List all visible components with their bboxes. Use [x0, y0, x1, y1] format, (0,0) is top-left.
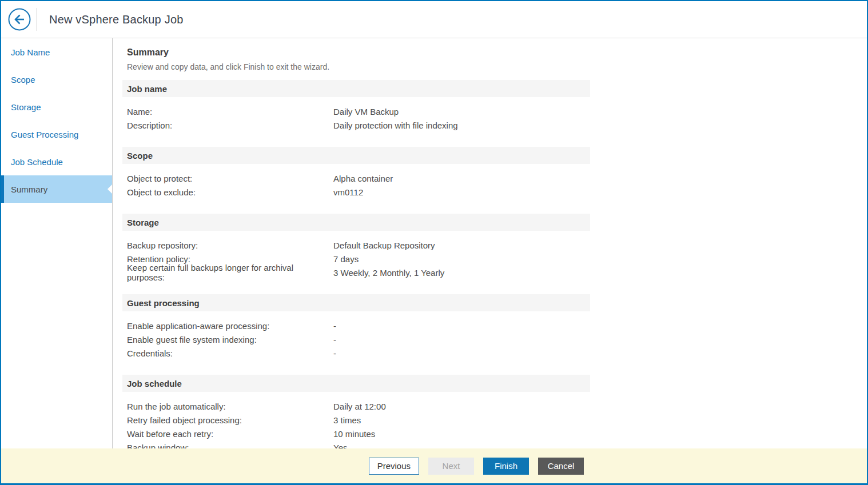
summary-row: Enable application-aware processing: -	[127, 319, 590, 332]
section-rows: Run the job automatically: Daily at 12:0…	[122, 392, 590, 448]
row-value: 10 minutes	[333, 429, 590, 439]
section-rows: Backup repository: Default Backup Reposi…	[122, 231, 590, 287]
sidebar-item-job-schedule[interactable]: Job Schedule	[1, 148, 112, 175]
next-button: Next	[428, 458, 474, 475]
sidebar-item-label: Guest Processing	[11, 130, 78, 139]
row-value: -	[333, 321, 590, 331]
section-rows: Name: Daily VM Backup Description: Daily…	[122, 97, 590, 139]
sidebar-item-storage[interactable]: Storage	[1, 93, 112, 121]
sidebar-item-summary[interactable]: Summary	[1, 175, 112, 203]
summary-row: Keep certain full backups longer for arc…	[127, 266, 590, 279]
row-label: Object to exclude:	[127, 187, 333, 197]
cancel-button[interactable]: Cancel	[538, 458, 584, 475]
page-title: New vSphere Backup Job	[49, 13, 184, 26]
row-label: Object to protect:	[127, 174, 333, 183]
wizard-window: New vSphere Backup Job Job Name Scope St…	[0, 0, 868, 485]
row-label: Retention policy:	[127, 254, 333, 264]
previous-button[interactable]: Previous	[369, 458, 419, 475]
row-value: 3 Weekly, 2 Monthly, 1 Yearly	[333, 268, 590, 278]
sidebar-item-label: Scope	[11, 75, 35, 85]
row-value: Yes	[333, 443, 590, 449]
row-value: Alpha container	[333, 174, 590, 183]
summary-row: Credentials: -	[127, 346, 590, 360]
row-value: Default Backup Repository	[333, 241, 590, 250]
summary-row: Backup repository: Default Backup Reposi…	[127, 238, 590, 252]
row-label: Name:	[127, 107, 333, 117]
summary-row: Enable guest file system indexing: -	[127, 332, 590, 346]
section-header-label: Storage	[127, 218, 159, 227]
section-rows: Object to protect: Alpha container Objec…	[122, 164, 590, 206]
summary-row: Object to protect: Alpha container	[127, 171, 590, 185]
summary-row: Object to exclude: vm0112	[127, 185, 590, 199]
row-value: Daily at 12:00	[333, 402, 590, 411]
section-guest-processing: Guest processing Enable application-awar…	[122, 294, 867, 367]
step-title: Summary	[127, 46, 867, 59]
step-subtitle: Review and copy data, and click Finish t…	[127, 61, 867, 73]
sidebar-item-job-name[interactable]: Job Name	[1, 38, 112, 66]
row-value: 7 days	[333, 254, 590, 264]
row-value: Daily VM Backup	[333, 107, 590, 117]
back-arrow-circle-icon	[7, 7, 31, 31]
row-label: Description:	[127, 121, 333, 130]
row-value: vm0112	[333, 187, 590, 197]
summary-row: Run the job automatically: Daily at 12:0…	[127, 399, 590, 413]
section-header-label: Job name	[127, 84, 167, 94]
summary-sections: Job name Name: Daily VM Backup Descripti…	[122, 80, 867, 448]
summary-row: Description: Daily protection with file …	[127, 118, 590, 132]
section-scope: Scope Object to protect: Alpha container…	[122, 147, 867, 206]
sidebar-item-label: Storage	[11, 102, 41, 112]
row-label: Backup window:	[127, 443, 333, 449]
back-button[interactable]	[7, 7, 31, 31]
sidebar-item-label: Job Schedule	[11, 157, 63, 167]
summary-row: Retry failed object processing: 3 times	[127, 413, 590, 427]
section-job-name: Job name Name: Daily VM Backup Descripti…	[122, 80, 867, 139]
row-value: -	[333, 335, 590, 344]
row-label: Run the job automatically:	[127, 402, 333, 411]
section-header-label: Job schedule	[127, 379, 182, 388]
row-value: -	[333, 348, 590, 358]
summary-row: Name: Daily VM Backup	[127, 105, 590, 118]
row-label: Credentials:	[127, 348, 333, 358]
sidebar-item-label: Job Name	[11, 47, 50, 57]
section-job-schedule: Job schedule Run the job automatically: …	[122, 375, 867, 448]
wizard-header: New vSphere Backup Job	[1, 1, 867, 38]
section-header-bar: Job name	[122, 80, 590, 97]
section-header-label: Guest processing	[127, 298, 200, 308]
footer-buttons: PreviousNextFinishCancel	[122, 458, 590, 475]
sidebar-item-guest-processing[interactable]: Guest Processing	[1, 121, 112, 148]
wizard-steps-sidebar: Job Name Scope Storage Guest Processing …	[1, 38, 113, 448]
header-divider	[37, 8, 37, 31]
summary-row: Wait before each retry: 10 minutes	[127, 427, 590, 440]
wizard-footer: PreviousNextFinishCancel	[1, 448, 867, 483]
row-label: Keep certain full backups longer for arc…	[127, 263, 333, 282]
row-label: Backup repository:	[127, 241, 333, 250]
section-header-bar: Job schedule	[122, 375, 590, 392]
summary-content: Summary Review and copy data, and click …	[113, 38, 867, 448]
section-header-bar: Guest processing	[122, 294, 590, 311]
row-label: Retry failed object processing:	[127, 415, 333, 425]
summary-row: Backup window: Yes	[127, 440, 590, 448]
section-storage: Storage Backup repository: Default Backu…	[122, 214, 867, 287]
section-header-bar: Storage	[122, 214, 590, 231]
section-header-bar: Scope	[122, 147, 590, 164]
row-label: Enable application-aware processing:	[127, 321, 333, 331]
row-label: Wait before each retry:	[127, 429, 333, 439]
row-value: Daily protection with file indexing	[333, 121, 590, 130]
row-value: 3 times	[333, 415, 590, 425]
sidebar-item-label: Summary	[11, 185, 47, 194]
sidebar-item-scope[interactable]: Scope	[1, 66, 112, 93]
section-rows: Enable application-aware processing: - E…	[122, 311, 590, 367]
finish-button[interactable]: Finish	[483, 458, 529, 475]
section-header-label: Scope	[127, 151, 153, 161]
wizard-body: Job Name Scope Storage Guest Processing …	[1, 38, 867, 448]
row-label: Enable guest file system indexing:	[127, 335, 333, 344]
